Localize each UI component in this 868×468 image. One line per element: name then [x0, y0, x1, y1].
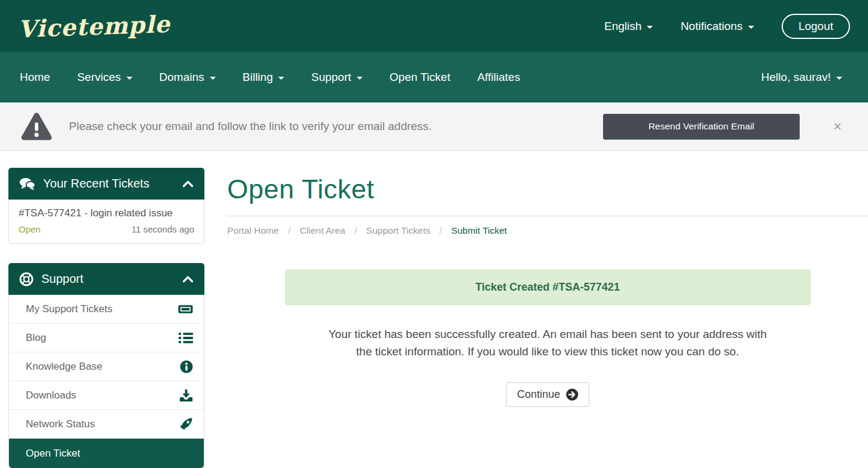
ticket-created-alert: Ticket Created #TSA-577421 — [285, 270, 810, 305]
breadcrumb-separator: / — [354, 225, 357, 235]
email-verification-banner: Please check your email and follow the l… — [0, 102, 868, 151]
breadcrumb: Portal Home / Client Area / Support Tick… — [227, 216, 868, 242]
list-icon — [179, 332, 193, 344]
chevron-up-icon — [182, 276, 194, 283]
nav-item-billing[interactable]: Billing — [243, 71, 285, 84]
language-dropdown[interactable]: English — [604, 20, 653, 33]
notifications-dropdown[interactable]: Notifications — [680, 20, 754, 33]
confirmation-text: Your ticket has been successfully create… — [326, 325, 770, 361]
life-ring-icon — [19, 272, 34, 286]
sidebar-item-open-ticket[interactable]: Open Ticket — [9, 439, 204, 468]
nav-item-domains[interactable]: Domains — [159, 71, 216, 84]
verification-message: Please check your email and follow the l… — [69, 120, 432, 133]
nav-item-open-ticket[interactable]: Open Ticket — [390, 71, 450, 84]
rocket-icon — [179, 417, 193, 431]
support-panel: Support My Support Tickets Blo — [8, 263, 204, 468]
nav-item-services[interactable]: Services — [77, 71, 132, 84]
chevron-down-icon — [836, 77, 842, 80]
close-icon[interactable]: × — [833, 119, 842, 134]
chevron-down-icon — [210, 77, 216, 80]
chevron-down-icon — [278, 77, 284, 80]
recent-ticket-link[interactable]: #TSA-577421 - login related issue — [19, 207, 194, 219]
breadcrumb-submit-ticket: Submit Ticket — [451, 225, 507, 235]
page-title: Open Ticket — [227, 174, 868, 205]
ticket-icon — [178, 304, 193, 315]
support-panel-header[interactable]: Support — [8, 263, 204, 295]
recent-ticket-meta: Open 11 seconds ago — [19, 224, 194, 234]
breadcrumb-separator: / — [439, 225, 442, 235]
continue-button[interactable]: Continue — [506, 382, 589, 407]
sidebar-item-downloads[interactable]: Downloads — [9, 381, 204, 410]
resend-verification-button[interactable]: Resend Verification Email — [603, 114, 800, 140]
chevron-down-icon — [357, 77, 363, 80]
sidebar-item-knowledge-base[interactable]: Knowledge Base — [9, 352, 204, 381]
brand-logo[interactable]: Vicetemple — [17, 10, 170, 43]
header-actions: English Notifications Logout — [604, 14, 850, 39]
chevron-down-icon — [126, 77, 132, 80]
sidebar-item-blog[interactable]: Blog — [9, 324, 204, 352]
chevron-up-icon — [182, 180, 194, 188]
chevron-down-icon — [748, 26, 754, 29]
download-icon — [179, 389, 193, 402]
warning-triangle-icon — [20, 111, 53, 141]
page-content: Your Recent Tickets #TSA-577421 - login … — [0, 151, 868, 468]
logout-button[interactable]: Logout — [782, 14, 850, 39]
recent-tickets-panel: Your Recent Tickets #TSA-577421 - login … — [8, 168, 204, 244]
nav-item-affiliates[interactable]: Affiliates — [477, 71, 520, 84]
support-menu: My Support Tickets Blog — [8, 295, 204, 468]
ticket-timestamp: 11 seconds ago — [131, 224, 194, 234]
sidebar-item-my-support-tickets[interactable]: My Support Tickets — [9, 295, 204, 324]
recent-tickets-body: #TSA-577421 - login related issue Open 1… — [8, 200, 204, 244]
arrow-circle-right-icon — [566, 388, 578, 401]
chevron-down-icon — [647, 26, 653, 29]
breadcrumb-support-tickets[interactable]: Support Tickets — [366, 225, 430, 235]
main-nav: Home Services Domains Billing Support Op… — [0, 52, 868, 102]
recent-tickets-panel-header[interactable]: Your Recent Tickets — [8, 168, 204, 200]
sidebar-item-network-status[interactable]: Network Status — [9, 410, 204, 439]
main-content: Open Ticket Portal Home / Client Area / … — [204, 168, 868, 468]
sidebar: Your Recent Tickets #TSA-577421 - login … — [8, 168, 204, 468]
ticket-status-badge: Open — [19, 224, 41, 234]
breadcrumb-portal-home[interactable]: Portal Home — [227, 225, 279, 235]
info-circle-icon — [180, 360, 193, 373]
continue-button-label: Continue — [517, 388, 560, 401]
user-menu[interactable]: Hello, saurav! — [761, 71, 842, 84]
nav-item-home[interactable]: Home — [20, 71, 50, 84]
recent-tickets-title: Your Recent Tickets — [43, 177, 149, 191]
top-header: Vicetemple English Notifications Logout — [0, 0, 868, 52]
support-panel-title: Support — [41, 272, 83, 286]
comments-icon — [19, 177, 35, 191]
nav-item-support[interactable]: Support — [311, 71, 363, 84]
breadcrumb-client-area[interactable]: Client Area — [300, 225, 345, 235]
breadcrumb-separator: / — [288, 225, 290, 235]
